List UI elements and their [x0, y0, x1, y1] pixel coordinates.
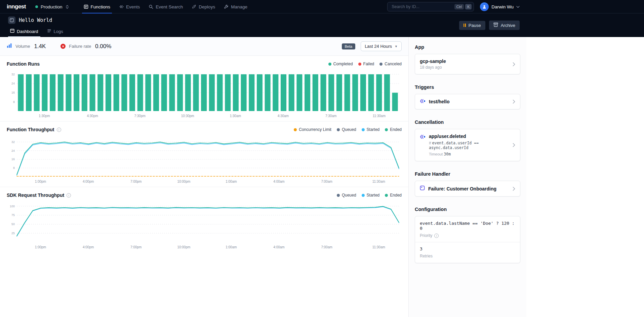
legend-completed: Completed [328, 62, 353, 66]
svg-text:1:00pm: 1:00pm [35, 180, 46, 183]
app-meta: 18 days ago [420, 65, 446, 70]
svg-text:7:00pm: 7:00pm [130, 245, 142, 249]
chevron-right-icon [513, 100, 515, 104]
legend-ended: Ended [385, 127, 402, 132]
info-icon: i [434, 234, 439, 238]
info-icon: i [67, 193, 71, 198]
legend-dot [385, 194, 388, 197]
nav-tab-label: Deploys [199, 4, 215, 9]
svg-text:8: 8 [13, 100, 15, 104]
user-avatar [480, 2, 489, 11]
legend-dot [328, 63, 331, 66]
sdk-throughput-legend: QueuedStartedEnded [337, 193, 402, 198]
config-divider [415, 242, 520, 242]
cancellation-card[interactable]: app/user.deleted If event.data.userId ==… [415, 129, 520, 161]
environment-status-dot [35, 5, 38, 8]
dashboard-content: Volume 1.4K ✕ Failure rate 0.00% Beta La… [0, 37, 408, 317]
nav-tab-label: Event Search [156, 4, 183, 9]
time-range-dropdown[interactable]: Last 24 Hours ▼ [361, 41, 402, 51]
app-card[interactable]: gcp-sample 18 days ago [415, 54, 520, 74]
details-sidebar: App gcp-sample 18 days ago Triggers [408, 37, 526, 317]
app-section: App gcp-sample 18 days ago [415, 44, 520, 74]
svg-text:16: 16 [11, 157, 15, 161]
archive-button[interactable]: Archive [489, 21, 520, 30]
function-header: Hello World Dashboard Logs [0, 13, 644, 37]
function-badge-icon [420, 185, 425, 192]
legend-dot [385, 128, 388, 131]
tab-label: Dashboard [17, 29, 38, 34]
tab-dashboard[interactable]: Dashboard [7, 26, 42, 37]
user-menu[interactable]: Darwin Wu [480, 2, 520, 11]
failure-handler-name: Failure: Customer Onboarding [428, 186, 496, 191]
svg-text:75: 75 [11, 213, 15, 217]
function-runs-chart: 32241681:30pm4:30pm7:30pm10:30pm1:30am4:… [7, 69, 402, 120]
rocket-icon [192, 4, 196, 9]
legend-dot [362, 194, 365, 197]
retries-value: 3 [420, 246, 515, 251]
nav-tab-events[interactable]: Events [115, 0, 144, 13]
function-throughput-section: Function Throughput i Concurrency LimitQ… [0, 121, 408, 187]
svg-text:24: 24 [11, 149, 15, 152]
svg-text:7:30pm: 7:30pm [134, 114, 145, 118]
failure-handler-card[interactable]: Failure: Customer Onboarding [415, 181, 520, 197]
svg-text:10:30pm: 10:30pm [181, 114, 194, 118]
tab-logs[interactable]: Logs [44, 26, 67, 37]
svg-text:7:00pm: 7:00pm [130, 180, 142, 183]
function-throughput-chart: 32241681:00pm4:00pm7:00pm10:00pm1:00am4:… [7, 135, 402, 185]
global-search[interactable]: Ctrl K [387, 2, 474, 11]
sdk-throughput-chart: 1007550251:00pm4:00pm7:00pm10:00pm1:00am… [7, 201, 402, 251]
if-label: If [429, 141, 431, 145]
svg-text:24: 24 [11, 82, 15, 85]
svg-text:11:30am: 11:30am [372, 245, 385, 249]
nav-tab-functions[interactable]: Functions [79, 0, 115, 13]
svg-text:11:30am: 11:30am [373, 114, 386, 118]
trigger-card[interactable]: test/hello [415, 94, 520, 109]
search-input[interactable] [391, 4, 453, 9]
app-name: gcp-sample [420, 59, 446, 64]
search-icon [149, 4, 153, 9]
logs-icon [47, 29, 51, 34]
nav-tab-label: Functions [91, 4, 111, 9]
nav-tab-manage[interactable]: Manage [219, 0, 252, 13]
function-runs-legend: CompletedFailedCanceled [328, 62, 402, 66]
legend-dot [294, 128, 297, 131]
svg-text:32: 32 [11, 73, 15, 76]
triggers-section: Triggers test/hello [415, 84, 520, 109]
configuration-section: Configuration event.data.lastName == 'Do… [415, 207, 520, 263]
svg-text:1:30pm: 1:30pm [39, 114, 50, 118]
retries-label: Retries [420, 254, 515, 258]
chevron-right-icon [513, 143, 515, 147]
event-trigger-icon [420, 99, 426, 105]
svg-text:10:00pm: 10:00pm [177, 245, 190, 249]
svg-text:4:00am: 4:00am [273, 180, 284, 183]
priority-label: Priority [420, 233, 432, 238]
environment-selector[interactable]: Production [35, 4, 69, 9]
chevron-right-icon [513, 187, 515, 191]
failure-rate-value: 0.00% [95, 43, 111, 50]
pause-button[interactable]: Pause [459, 21, 485, 30]
functions-icon [84, 4, 88, 9]
svg-text:8: 8 [13, 166, 15, 170]
volume-label: Volume [15, 44, 30, 49]
chart-title: Function Runs [7, 61, 40, 67]
legend-dot [358, 63, 361, 66]
legend-dot [337, 194, 340, 197]
tab-label: Logs [54, 29, 63, 34]
nav-tab-event-search[interactable]: Event Search [144, 0, 187, 13]
svg-text:4:00pm: 4:00pm [83, 180, 94, 183]
legend-queued: Queued [337, 193, 356, 198]
time-range-label: Last 24 Hours [365, 44, 392, 49]
legend-dot [379, 63, 383, 66]
user-name: Darwin Wu [491, 4, 514, 9]
chart-title: Function Throughput [7, 127, 54, 132]
nav-tab-deploys[interactable]: Deploys [187, 0, 219, 13]
pause-icon [464, 24, 466, 27]
failure-rate-stat: ✕ Failure rate 0.00% [61, 43, 111, 50]
svg-text:4:30pm: 4:30pm [87, 114, 98, 118]
environment-label: Production [41, 4, 63, 9]
cancellation-timeout-row: Timeout 30m [429, 152, 509, 156]
svg-text:10:00pm: 10:00pm [177, 180, 190, 183]
svg-text:11:30am: 11:30am [372, 180, 385, 183]
svg-text:25: 25 [11, 232, 15, 235]
archive-icon [493, 23, 498, 28]
